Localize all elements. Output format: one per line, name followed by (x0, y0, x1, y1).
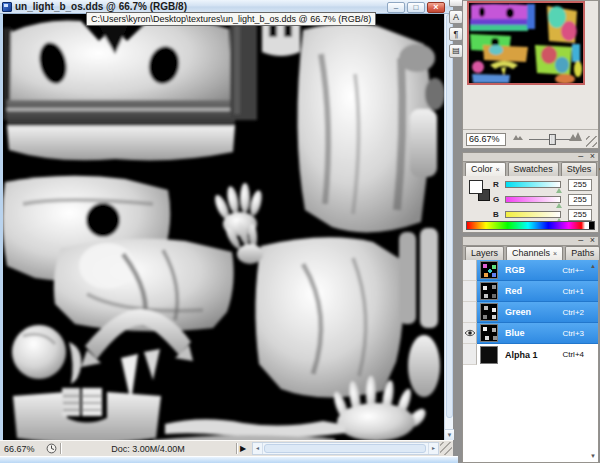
red-slider-row: R 255 (493, 179, 594, 192)
tab-layers[interactable]: Layers (465, 246, 504, 260)
scroll-left-icon[interactable]: ◂ (253, 443, 263, 454)
path-tooltip: C:\Users\kyron\Desktop\textures\un_light… (86, 12, 376, 26)
visibility-toggle[interactable] (463, 344, 477, 365)
window-controls: – □ × (385, 2, 445, 13)
channel-row-blue[interactable]: Blue Ctrl+3 (463, 323, 598, 344)
document-title: un_light_b_os.dds @ 66.7% (RGB/8) (15, 1, 187, 12)
scroll-right-icon[interactable]: ▸ (428, 443, 438, 454)
channel-thumbnail (480, 303, 498, 321)
channel-shortcut: Ctrl+~ (562, 266, 584, 275)
channel-name: Alpha 1 (505, 350, 538, 360)
color-panel-content: R 255 G 255 B 255 (462, 176, 599, 233)
visibility-toggle[interactable] (463, 260, 477, 281)
scroll-down-icon[interactable]: ▼ (590, 453, 596, 459)
channel-thumbnail (480, 261, 498, 279)
character-panel-button[interactable]: A (449, 10, 463, 24)
channel-shortcut: Ctrl+1 (562, 287, 584, 296)
clock-icon (46, 443, 57, 456)
status-bar: 66.67% Doc: 3.00M/4.00M ▶ ◂ ▸ (0, 440, 453, 456)
navigator-preview-image (469, 3, 583, 83)
panel-close-icon[interactable]: × (590, 237, 595, 244)
paragraph-panel-button[interactable]: ¶ (449, 27, 463, 41)
navigator-zoom-field[interactable]: 66.67% (466, 133, 506, 146)
visibility-toggle[interactable] (463, 302, 477, 323)
channel-shortcut: Ctrl+4 (562, 350, 584, 359)
channel-list: RGB Ctrl+~ Red Ctrl+1 Green Ctrl+2 (462, 260, 599, 463)
tab-channels[interactable]: Channels× (506, 246, 563, 260)
tab-paths[interactable]: Paths (565, 246, 600, 260)
horizontal-scrollbar[interactable]: ◂ ▸ (252, 442, 439, 455)
image-canvas[interactable] (3, 14, 444, 440)
tab-color-label: Color (471, 164, 493, 174)
channel-row-red[interactable]: Red Ctrl+1 (463, 281, 598, 302)
navigator-thumbnail[interactable] (467, 1, 585, 85)
zoom-in-icon[interactable] (569, 127, 583, 145)
channel-row-alpha[interactable]: Alpha 1 Ctrl+4 (463, 344, 598, 365)
vertical-scrollbar[interactable]: ▼ (444, 14, 453, 440)
tab-color[interactable]: Color× (465, 162, 506, 176)
red-slider-label: R (493, 180, 503, 189)
red-value-field[interactable]: 255 (568, 179, 592, 191)
notes-panel-button[interactable]: ▤ (449, 44, 463, 58)
panel-minimize-icon[interactable]: – (578, 153, 583, 160)
green-slider-thumb[interactable] (556, 203, 562, 208)
zoom-out-icon[interactable] (513, 126, 524, 144)
channel-shortcut: Ctrl+2 (562, 308, 584, 317)
status-divider (60, 443, 61, 454)
foreground-color-swatch[interactable] (469, 180, 483, 194)
horizontal-scrollbar-thumb[interactable] (264, 444, 426, 453)
taskbar-edge (0, 456, 458, 463)
visibility-toggle[interactable] (463, 323, 477, 344)
green-slider-label: G (493, 195, 503, 204)
green-slider-bar[interactable] (505, 196, 561, 203)
tab-swatches[interactable]: Swatches (508, 162, 559, 176)
channel-row-rgb[interactable]: RGB Ctrl+~ (463, 260, 598, 281)
scroll-up-icon[interactable]: ▲ (590, 263, 596, 269)
zoom-level-field[interactable]: 66.67% (4, 444, 44, 455)
blue-slider-bar[interactable] (505, 211, 561, 218)
status-divider (236, 443, 237, 454)
green-value-field[interactable]: 255 (568, 194, 592, 206)
red-slider-bar[interactable] (505, 181, 561, 188)
texture-image (3, 14, 444, 440)
collapsed-panel-button[interactable] (449, 0, 463, 7)
vertical-scrollbar-thumb[interactable] (446, 14, 453, 418)
zoom-slider-handle[interactable] (549, 134, 556, 145)
document-window: un_light_b_os.dds @ 66.7% (RGB/8) – □ × (0, 0, 453, 456)
minimize-button[interactable]: – (387, 2, 405, 13)
color-panel-group: – × Color× Swatches Styles ▾≡ R 255 (462, 152, 599, 233)
blue-value-field[interactable]: 255 (568, 209, 592, 221)
resize-grip[interactable] (440, 442, 452, 455)
close-button[interactable]: × (427, 2, 445, 13)
visibility-toggle[interactable] (463, 281, 477, 302)
channel-name: RGB (505, 265, 525, 275)
channel-name: Blue (505, 328, 525, 338)
channels-panel-group: – × Layers Channels× Paths ▾≡ RGB Ctrl+~ (462, 236, 599, 463)
panel-minimize-icon[interactable]: – (578, 237, 583, 244)
tab-channels-label: Channels (512, 248, 550, 258)
color-tabbar: Color× Swatches Styles ▾≡ (462, 161, 599, 176)
tab-close-icon[interactable]: × (496, 166, 500, 173)
channel-shortcut: Ctrl+3 (562, 329, 584, 338)
status-menu-arrow-icon[interactable]: ▶ (240, 444, 246, 453)
eye-icon (464, 329, 476, 337)
channels-group-header: – × (462, 236, 599, 245)
panel-dock-strip: A ¶ ▤ (449, 0, 464, 61)
red-slider-thumb[interactable] (556, 188, 562, 193)
panel-column: 66.67% – × Color× Swatches Styles ▾≡ (458, 0, 600, 463)
photoshop-workspace: un_light_b_os.dds @ 66.7% (RGB/8) – □ × (0, 0, 600, 463)
color-group-header: – × (462, 152, 599, 161)
navigator-panel: 66.67% (462, 0, 599, 149)
channels-tabbar: Layers Channels× Paths ▾≡ (462, 245, 599, 260)
maximize-button[interactable]: □ (407, 2, 425, 13)
channel-row-green[interactable]: Green Ctrl+2 (463, 302, 598, 323)
channel-name: Red (505, 286, 522, 296)
blue-slider-label: B (493, 210, 503, 219)
color-spectrum-ramp[interactable] (466, 221, 595, 230)
scroll-down-icon[interactable]: ▼ (445, 429, 454, 440)
panel-close-icon[interactable]: × (590, 153, 595, 160)
panel-resize-grip[interactable] (586, 136, 597, 147)
tab-styles[interactable]: Styles (561, 162, 598, 176)
channel-thumbnail (480, 282, 498, 300)
tab-close-icon[interactable]: × (553, 250, 557, 257)
